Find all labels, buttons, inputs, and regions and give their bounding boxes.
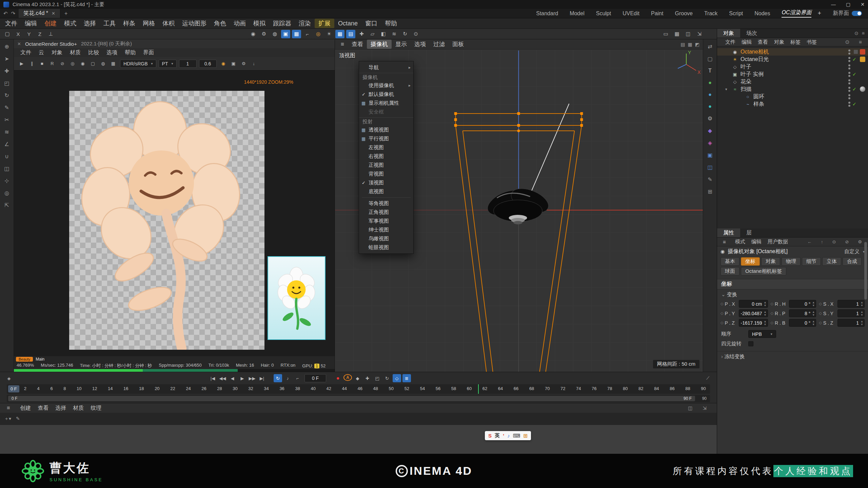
workspace-tab[interactable]: Standard [536,11,558,17]
section-tab[interactable]: Octane相机标签 [741,267,786,276]
material-picker-button[interactable]: ◉ [78,60,87,68]
menu-item[interactable]: 模拟 [250,19,269,28]
viewport-menu-item[interactable]: 查看 [348,40,367,49]
camera-menu-item[interactable]: 投射 [359,117,413,125]
om-filter-icon[interactable]: ≡ [856,39,865,45]
octane-close-icon[interactable]: ✕ [17,41,21,46]
toolbox-icon[interactable]: ⊞ [523,433,528,439]
workspace-tab[interactable]: UVEdit [623,11,639,17]
camera-menu-item[interactable]: 底视图 [359,187,413,196]
object-row[interactable]: 叶子 ✓ [717,63,868,70]
om-menu-item[interactable]: 标签 [787,39,804,45]
stepper-icon[interactable]: ▲▼ [861,301,863,307]
octane-menu-item[interactable]: 比较 [84,49,103,56]
octane-render-view[interactable]: 1440*1920 ZOOM:29% [14,70,335,356]
keyframe-selection-button[interactable]: ◆ [353,374,362,382]
value-input[interactable]: -280.0487 ▲▼ [739,309,768,317]
new-ui-toggle[interactable] [852,11,862,16]
menu-item[interactable]: 窗口 [361,19,381,28]
viewport-menu-item[interactable]: 摄像机 [367,40,392,49]
visibility-dots[interactable] [848,49,850,55]
stepper-icon[interactable]: ▲▼ [764,320,767,326]
viewport-filter-button[interactable]: ▦ [292,30,301,38]
undo-icon[interactable]: ↶ [3,11,8,17]
camera-menu-item[interactable] [362,197,411,198]
menu-item[interactable]: 工具 [100,19,119,28]
menu-item[interactable]: 体积 [159,19,178,28]
section-tab[interactable]: 坐标 [741,257,760,266]
object-tag-icon[interactable] [860,79,865,84]
object-row[interactable]: Octane相机 ✓ [717,48,868,56]
dock-icon[interactable]: ◫ [685,405,696,411]
expand-icon[interactable]: ⇲ [699,405,710,411]
add-workspace-button[interactable]: + [817,10,821,17]
magnify-panel-icon[interactable]: ⊞ [708,188,712,195]
section-tab[interactable]: 细节 [802,257,821,266]
interactive-render-button[interactable]: ◍ [270,30,279,38]
stepper-icon[interactable]: ▲▼ [812,310,815,317]
attr-menu-item[interactable]: 模式 [732,239,748,245]
record-position-button[interactable]: ✚ [363,374,372,382]
redo-icon[interactable]: ↷ [11,11,16,17]
x-axis-lock-button[interactable]: X [14,30,23,38]
octane-menu-item[interactable]: 材质 [66,49,84,56]
camera-menu-item[interactable]: 摄像机 [359,73,413,81]
scale-tool-icon[interactable]: ◰ [4,80,9,86]
goto-end-button[interactable]: ▶| [258,374,266,382]
camera-menu-item[interactable]: 鸟瞰视图 [359,234,413,243]
gear-icon[interactable]: ⚙ [855,239,865,244]
brush-tool-icon[interactable]: ≋ [4,129,9,135]
render-pass-chip[interactable]: Beauty [16,357,33,362]
samples-field[interactable]: 1 [179,60,197,68]
section-tab[interactable]: 球面 [721,267,739,276]
object-row[interactable]: 样条 ✓ [717,100,868,108]
final-render-thumbnail[interactable] [268,256,326,340]
om-menu-item[interactable]: 查看 [755,39,771,45]
modeling-settings-button[interactable]: ◧ [379,30,388,38]
viewport-split-icon[interactable]: ▤ [680,42,685,47]
quantize-button[interactable]: ▤ [346,30,355,38]
play-button[interactable]: ▶ [238,374,246,382]
camera-button[interactable]: ◎ [314,30,323,38]
record-parameter-button[interactable]: ◇ [393,374,401,382]
animation-dot-icon[interactable]: ◇ [771,311,773,316]
pause-render-button[interactable]: ∥ [27,60,36,68]
timeline-ruler[interactable]: 0246810121416182022242628303234363840424… [7,384,710,394]
menu-item[interactable]: 文件 [1,19,21,28]
subsample-button[interactable]: ▦ [109,60,118,68]
magnet-tool-icon[interactable]: ∪ [5,153,9,160]
y-axis-lock-button[interactable]: Y [24,30,34,38]
frame-marker[interactable] [478,384,479,394]
om-menu-item[interactable]: 编辑 [738,39,755,45]
axis-mode-button[interactable]: ✚ [357,30,366,38]
enable-check-icon[interactable]: ✓ [852,64,858,69]
animation-dot-icon[interactable]: ◇ [771,321,773,325]
keyframe-nav-icon[interactable]: ◈ [5,374,13,382]
shape-panel-icon[interactable]: ▢ [707,56,712,62]
camera-menu-item[interactable]: 顶视图 [359,178,413,187]
viewport-menu-item[interactable]: 面板 [449,40,468,49]
rotate-tool-icon[interactable]: ↻ [4,92,9,99]
matman-menu-item[interactable]: 查看 [34,405,52,412]
section-tab[interactable]: 基本 [721,257,739,266]
range-end-label[interactable]: 90 F [684,396,692,401]
viewport-config-icon[interactable]: ◩ [695,42,699,47]
notes-panel-icon[interactable]: ✎ [708,176,712,183]
object-row[interactable]: Octane日光 ✓ [717,56,868,63]
lock-icon[interactable]: ⊘ [842,239,852,244]
snap-tool-icon[interactable]: ◎ [4,190,9,196]
section-tab[interactable]: 物理 [782,257,801,266]
search-icon[interactable]: ⊙ [854,30,859,36]
stepper-icon[interactable]: ▲▼ [861,320,863,326]
measure-tool-icon[interactable]: ∠ [4,141,9,147]
matman-menu-item[interactable]: 创建 [17,405,34,412]
value-input[interactable]: 1 ▲▼ [837,309,865,317]
close-tab-icon[interactable]: ✕ [52,11,55,16]
select-tool-icon[interactable]: ➤ [4,56,9,62]
om-menu-item[interactable]: 书签 [804,39,820,45]
loop-button[interactable]: ↻ [274,374,282,382]
viewport-burger-icon[interactable]: ≡ [337,40,348,48]
isolate-button[interactable]: ⊙ [411,30,420,38]
animation-dot-icon[interactable]: ◇ [819,311,822,316]
expand-panel-icon[interactable]: ⇱ [4,202,9,208]
